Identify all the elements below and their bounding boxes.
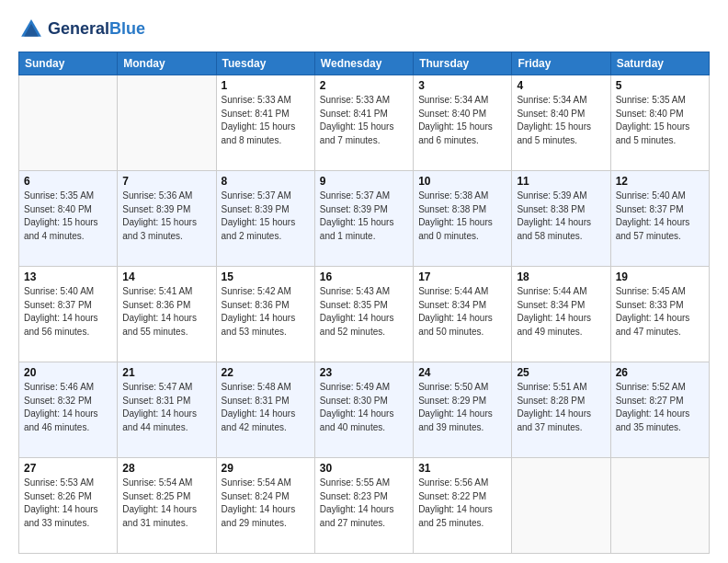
day-info: Sunrise: 5:44 AM Sunset: 8:34 PM Dayligh… xyxy=(517,285,605,339)
day-info: Sunrise: 5:38 AM Sunset: 8:38 PM Dayligh… xyxy=(418,190,506,243)
logo: GeneralBlue xyxy=(18,17,145,42)
day-info: Sunrise: 5:53 AM Sunset: 8:26 PM Dayligh… xyxy=(24,477,112,530)
calendar-cell: 3Sunrise: 5:34 AM Sunset: 8:40 PM Daylig… xyxy=(414,75,512,171)
calendar-cell: 24Sunrise: 5:50 AM Sunset: 8:29 PM Dayli… xyxy=(414,362,512,458)
day-number: 7 xyxy=(122,175,210,188)
calendar-cell: 10Sunrise: 5:38 AM Sunset: 8:38 PM Dayli… xyxy=(414,171,512,267)
calendar-cell: 22Sunrise: 5:48 AM Sunset: 8:31 PM Dayli… xyxy=(216,362,314,458)
calendar-cell xyxy=(118,75,216,171)
calendar-cell xyxy=(19,75,118,171)
day-info: Sunrise: 5:44 AM Sunset: 8:34 PM Dayligh… xyxy=(418,285,506,339)
day-number: 30 xyxy=(320,462,408,475)
day-number: 1 xyxy=(222,79,310,92)
day-info: Sunrise: 5:33 AM Sunset: 8:41 PM Dayligh… xyxy=(222,94,310,147)
day-number: 11 xyxy=(517,175,605,188)
calendar-cell: 16Sunrise: 5:43 AM Sunset: 8:35 PM Dayli… xyxy=(314,267,413,362)
day-info: Sunrise: 5:56 AM Sunset: 8:22 PM Dayligh… xyxy=(418,477,506,530)
day-number: 24 xyxy=(418,366,506,379)
calendar-cell: 30Sunrise: 5:55 AM Sunset: 8:23 PM Dayli… xyxy=(314,458,413,554)
day-info: Sunrise: 5:33 AM Sunset: 8:41 PM Dayligh… xyxy=(320,94,408,147)
day-number: 12 xyxy=(616,175,704,188)
calendar-cell: 20Sunrise: 5:46 AM Sunset: 8:32 PM Dayli… xyxy=(19,362,118,458)
week-row-5: 27Sunrise: 5:53 AM Sunset: 8:26 PM Dayli… xyxy=(19,458,710,554)
weekday-tuesday: Tuesday xyxy=(216,52,314,75)
day-info: Sunrise: 5:47 AM Sunset: 8:31 PM Dayligh… xyxy=(122,381,210,434)
calendar-cell: 12Sunrise: 5:40 AM Sunset: 8:37 PM Dayli… xyxy=(610,171,709,267)
day-number: 22 xyxy=(222,366,310,379)
calendar-cell: 29Sunrise: 5:54 AM Sunset: 8:24 PM Dayli… xyxy=(216,458,314,554)
day-info: Sunrise: 5:36 AM Sunset: 8:39 PM Dayligh… xyxy=(122,190,210,243)
day-info: Sunrise: 5:41 AM Sunset: 8:36 PM Dayligh… xyxy=(122,285,210,339)
calendar-cell: 27Sunrise: 5:53 AM Sunset: 8:26 PM Dayli… xyxy=(19,458,118,554)
calendar-cell: 7Sunrise: 5:36 AM Sunset: 8:39 PM Daylig… xyxy=(118,171,216,267)
calendar-cell: 11Sunrise: 5:39 AM Sunset: 8:38 PM Dayli… xyxy=(512,171,610,267)
calendar-cell: 19Sunrise: 5:45 AM Sunset: 8:33 PM Dayli… xyxy=(610,267,709,362)
weekday-monday: Monday xyxy=(118,52,216,75)
day-info: Sunrise: 5:52 AM Sunset: 8:27 PM Dayligh… xyxy=(616,381,704,434)
day-number: 28 xyxy=(122,462,210,475)
day-info: Sunrise: 5:43 AM Sunset: 8:35 PM Dayligh… xyxy=(320,285,408,339)
day-info: Sunrise: 5:54 AM Sunset: 8:24 PM Dayligh… xyxy=(222,477,310,530)
day-number: 10 xyxy=(418,175,506,188)
calendar-table: SundayMondayTuesdayWednesdayThursdayFrid… xyxy=(18,52,710,554)
day-number: 26 xyxy=(616,366,704,379)
day-number: 6 xyxy=(24,175,112,188)
weekday-thursday: Thursday xyxy=(414,52,512,75)
day-number: 4 xyxy=(517,79,605,92)
calendar-cell: 6Sunrise: 5:35 AM Sunset: 8:40 PM Daylig… xyxy=(19,171,118,267)
day-info: Sunrise: 5:48 AM Sunset: 8:31 PM Dayligh… xyxy=(222,381,310,434)
day-number: 21 xyxy=(122,366,210,379)
calendar-cell: 5Sunrise: 5:35 AM Sunset: 8:40 PM Daylig… xyxy=(610,75,709,171)
day-info: Sunrise: 5:54 AM Sunset: 8:25 PM Dayligh… xyxy=(122,477,210,530)
calendar-cell: 21Sunrise: 5:47 AM Sunset: 8:31 PM Dayli… xyxy=(118,362,216,458)
day-number: 17 xyxy=(418,270,506,283)
calendar-cell: 13Sunrise: 5:40 AM Sunset: 8:37 PM Dayli… xyxy=(19,267,118,362)
weekday-wednesday: Wednesday xyxy=(314,52,413,75)
week-row-3: 13Sunrise: 5:40 AM Sunset: 8:37 PM Dayli… xyxy=(19,267,710,362)
day-info: Sunrise: 5:46 AM Sunset: 8:32 PM Dayligh… xyxy=(24,381,112,434)
weekday-header-row: SundayMondayTuesdayWednesdayThursdayFrid… xyxy=(19,52,710,75)
day-info: Sunrise: 5:40 AM Sunset: 8:37 PM Dayligh… xyxy=(24,285,112,339)
day-info: Sunrise: 5:35 AM Sunset: 8:40 PM Dayligh… xyxy=(24,190,112,243)
day-number: 23 xyxy=(320,366,408,379)
day-info: Sunrise: 5:34 AM Sunset: 8:40 PM Dayligh… xyxy=(418,94,506,147)
logo-icon xyxy=(18,17,44,42)
day-number: 2 xyxy=(320,79,408,92)
day-number: 9 xyxy=(320,175,408,188)
calendar-cell: 14Sunrise: 5:41 AM Sunset: 8:36 PM Dayli… xyxy=(118,267,216,362)
calendar-cell: 15Sunrise: 5:42 AM Sunset: 8:36 PM Dayli… xyxy=(216,267,314,362)
calendar-cell xyxy=(610,458,709,554)
day-info: Sunrise: 5:35 AM Sunset: 8:40 PM Dayligh… xyxy=(616,94,704,147)
week-row-1: 1Sunrise: 5:33 AM Sunset: 8:41 PM Daylig… xyxy=(19,75,710,171)
day-number: 5 xyxy=(616,79,704,92)
day-number: 16 xyxy=(320,270,408,283)
day-number: 19 xyxy=(616,270,704,283)
calendar-cell: 18Sunrise: 5:44 AM Sunset: 8:34 PM Dayli… xyxy=(512,267,610,362)
day-number: 18 xyxy=(517,270,605,283)
day-info: Sunrise: 5:37 AM Sunset: 8:39 PM Dayligh… xyxy=(320,190,408,243)
day-number: 27 xyxy=(24,462,112,475)
calendar-cell: 17Sunrise: 5:44 AM Sunset: 8:34 PM Dayli… xyxy=(414,267,512,362)
day-info: Sunrise: 5:55 AM Sunset: 8:23 PM Dayligh… xyxy=(320,477,408,530)
calendar-cell: 26Sunrise: 5:52 AM Sunset: 8:27 PM Dayli… xyxy=(610,362,709,458)
week-row-2: 6Sunrise: 5:35 AM Sunset: 8:40 PM Daylig… xyxy=(19,171,710,267)
weekday-saturday: Saturday xyxy=(610,52,709,75)
calendar-cell: 8Sunrise: 5:37 AM Sunset: 8:39 PM Daylig… xyxy=(216,171,314,267)
week-row-4: 20Sunrise: 5:46 AM Sunset: 8:32 PM Dayli… xyxy=(19,362,710,458)
calendar-cell: 25Sunrise: 5:51 AM Sunset: 8:28 PM Dayli… xyxy=(512,362,610,458)
day-number: 20 xyxy=(24,366,112,379)
day-number: 3 xyxy=(418,79,506,92)
day-number: 25 xyxy=(517,366,605,379)
day-info: Sunrise: 5:40 AM Sunset: 8:37 PM Dayligh… xyxy=(616,190,704,243)
calendar-cell: 9Sunrise: 5:37 AM Sunset: 8:39 PM Daylig… xyxy=(314,171,413,267)
day-number: 15 xyxy=(222,270,310,283)
day-info: Sunrise: 5:45 AM Sunset: 8:33 PM Dayligh… xyxy=(616,285,704,339)
calendar-cell: 1Sunrise: 5:33 AM Sunset: 8:41 PM Daylig… xyxy=(216,75,314,171)
day-number: 29 xyxy=(222,462,310,475)
calendar-cell: 4Sunrise: 5:34 AM Sunset: 8:40 PM Daylig… xyxy=(512,75,610,171)
calendar-cell: 31Sunrise: 5:56 AM Sunset: 8:22 PM Dayli… xyxy=(414,458,512,554)
day-info: Sunrise: 5:49 AM Sunset: 8:30 PM Dayligh… xyxy=(320,381,408,434)
logo-text: GeneralBlue xyxy=(48,20,145,39)
day-number: 13 xyxy=(24,270,112,283)
calendar-cell: 2Sunrise: 5:33 AM Sunset: 8:41 PM Daylig… xyxy=(314,75,413,171)
